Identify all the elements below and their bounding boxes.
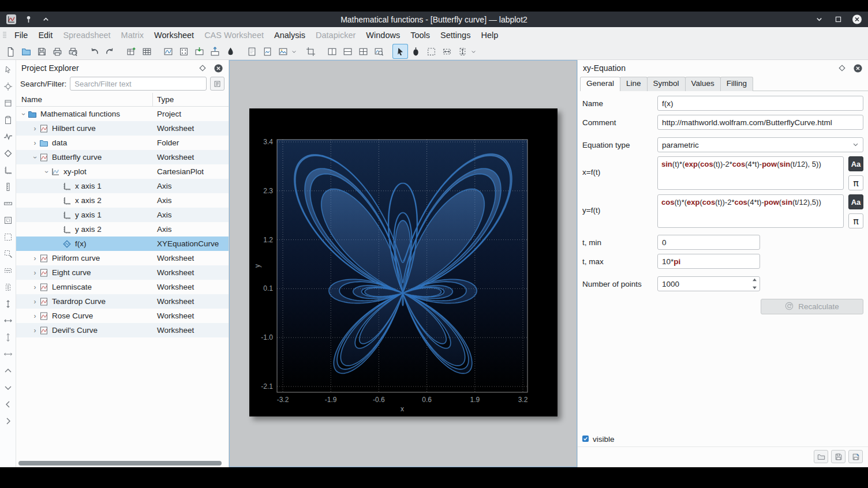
- box-select-icon[interactable]: [3, 232, 13, 242]
- expand-arrow-icon[interactable]: ›: [31, 298, 39, 305]
- tree-item-f-x-[interactable]: f(x)XYEquationCurve: [16, 237, 229, 251]
- tree-item-rose-curve[interactable]: ›Rose CurveWorksheet: [16, 309, 229, 323]
- collapse-arrow-icon[interactable]: ›: [43, 168, 50, 175]
- tree-item-data[interactable]: ›dataFolder: [16, 136, 229, 150]
- tab-filling[interactable]: Filling: [720, 77, 753, 91]
- select-arrow-icon[interactable]: [3, 65, 13, 74]
- tab-line[interactable]: Line: [620, 77, 648, 91]
- redo-icon[interactable]: [102, 44, 118, 59]
- undo-icon[interactable]: [87, 44, 102, 59]
- insert-constant-button[interactable]: π: [848, 213, 863, 228]
- menu-help[interactable]: Help: [476, 28, 503, 42]
- ruler-horizontal-icon[interactable]: [3, 198, 13, 208]
- tree-item-lemniscate[interactable]: ›LemniscateWorksheet: [16, 280, 229, 294]
- text-format-button[interactable]: Aa: [848, 194, 863, 209]
- tree-item-butterfly-curve[interactable]: ›Butterfly curveWorksheet: [16, 150, 229, 164]
- print-icon[interactable]: [50, 44, 65, 59]
- shift-right-icon[interactable]: [3, 416, 13, 426]
- insert-constant-button[interactable]: π: [848, 175, 863, 190]
- zoom-y-select-icon[interactable]: [455, 44, 470, 59]
- collapse-arrow-icon[interactable]: ›: [20, 110, 27, 118]
- expand-arrow-icon[interactable]: ›: [31, 255, 39, 262]
- search-input[interactable]: [70, 77, 207, 91]
- split-grid-icon[interactable]: [356, 44, 371, 59]
- region-frame-icon[interactable]: [3, 98, 13, 108]
- spin-arrows-icon[interactable]: [751, 278, 758, 290]
- save-template-button[interactable]: [831, 450, 845, 463]
- tree-item-mathematical-functions[interactable]: ›Mathematical functionsProject: [16, 107, 229, 121]
- menu-edit[interactable]: Edit: [33, 28, 58, 42]
- float-dock-icon[interactable]: [197, 63, 208, 73]
- expand-arrow-icon[interactable]: ›: [31, 313, 39, 320]
- text-format-button[interactable]: Aa: [848, 156, 863, 171]
- move-vertical-icon[interactable]: [3, 332, 13, 342]
- tab-values[interactable]: Values: [685, 77, 721, 91]
- cartesian-plot[interactable]: 3.42.31.20.1-1.0-2.1-3.2-1.9-0.60.61.93.…: [249, 108, 558, 416]
- navigation-mouse-icon[interactable]: [408, 44, 424, 59]
- column-header-type[interactable]: Type: [153, 95, 174, 104]
- dropdown-caret-icon[interactable]: [291, 44, 297, 59]
- menu-windows[interactable]: Windows: [361, 28, 405, 42]
- x-equation-field[interactable]: sin(t)*(exp(cos(t))-2*cos(4*t)-pow(sin(t…: [657, 156, 844, 190]
- select-cursor-icon[interactable]: [392, 44, 408, 59]
- worksheet-view[interactable]: 3.42.31.20.1-1.0-2.1-3.2-1.9-0.60.61.93.…: [229, 60, 577, 467]
- tree-item-teardrop-curve[interactable]: ›Teardrop CurveWorksheet: [16, 294, 229, 309]
- tmin-field[interactable]: 0: [657, 235, 760, 250]
- column-header-name[interactable]: Name: [16, 93, 153, 106]
- tree-item-eight-curve[interactable]: ›Eight curveWorksheet: [16, 265, 229, 280]
- signal-curve-icon[interactable]: [3, 132, 13, 141]
- shade-up-icon[interactable]: [40, 14, 51, 25]
- color-fill-icon[interactable]: [223, 44, 238, 59]
- menu-settings[interactable]: Settings: [435, 28, 476, 42]
- expand-arrow-icon[interactable]: ›: [31, 327, 39, 334]
- dropdown-caret-icon[interactable]: [470, 44, 477, 59]
- recalculate-button[interactable]: Recalculate: [761, 299, 863, 314]
- scrollbar-thumb[interactable]: [18, 461, 222, 466]
- clipboard-icon[interactable]: [3, 115, 13, 125]
- name-field[interactable]: [657, 96, 863, 111]
- fit-page-icon[interactable]: [303, 44, 319, 59]
- page-preview-icon[interactable]: [260, 44, 275, 59]
- zoom-x-select-icon[interactable]: [439, 44, 455, 59]
- shift-up-icon[interactable]: [3, 366, 13, 376]
- more-chevron-icon[interactable]: [814, 14, 824, 25]
- close-dock-icon[interactable]: [852, 63, 863, 73]
- menu-analysis[interactable]: Analysis: [269, 28, 310, 42]
- tree-item-xy-plot[interactable]: ›xy-plotCartesianPlot: [16, 164, 229, 179]
- frame-select-icon[interactable]: [3, 215, 13, 225]
- save-as-template-button[interactable]: [848, 450, 863, 463]
- crosshair-icon[interactable]: [3, 81, 13, 91]
- export-data-icon[interactable]: [207, 44, 223, 59]
- tree-item-x-axis-2[interactable]: x axis 2Axis: [16, 193, 229, 208]
- new-spreadsheet-icon[interactable]: [139, 44, 155, 59]
- tree-item-piriform-curve[interactable]: ›Piriform curveWorksheet: [16, 251, 229, 265]
- menu-worksheet[interactable]: Worksheet: [149, 28, 199, 42]
- filter-options-button[interactable]: [210, 77, 225, 91]
- menu-tools[interactable]: Tools: [405, 28, 435, 42]
- new-worksheet-icon[interactable]: [160, 44, 176, 59]
- tmax-field[interactable]: 10*pi: [657, 254, 760, 269]
- zoom-chart-icon[interactable]: [371, 44, 387, 59]
- zoom-select-icon[interactable]: [424, 44, 439, 59]
- load-template-button[interactable]: [814, 450, 828, 463]
- tab-symbol[interactable]: Symbol: [647, 77, 686, 91]
- y-equation-field[interactable]: cos(t)*(exp(cos(t))-2*cos(4*t)-pow(sin(t…: [657, 194, 844, 228]
- menu-file[interactable]: File: [9, 28, 33, 42]
- split-vertical-icon[interactable]: [324, 44, 340, 59]
- tree-item-devil-s-curve[interactable]: ›Devil's CurveWorksheet: [16, 323, 229, 337]
- collapse-arrow-icon[interactable]: ›: [32, 153, 39, 161]
- axis-corner-icon[interactable]: [3, 165, 13, 175]
- zoom-x-region-icon[interactable]: [3, 265, 13, 275]
- new-document-icon[interactable]: [3, 44, 18, 59]
- horizontal-scrollbar[interactable]: [16, 460, 229, 467]
- expand-all-icon[interactable]: [3, 299, 13, 309]
- shift-left-icon[interactable]: [3, 399, 13, 409]
- diamond-marker-icon[interactable]: [3, 148, 13, 158]
- tree-item-y-axis-1[interactable]: y axis 1Axis: [16, 208, 229, 222]
- tab-general[interactable]: General: [580, 77, 620, 91]
- restore-icon[interactable]: [833, 14, 843, 25]
- tree-item-y-axis-2[interactable]: y axis 2Axis: [16, 222, 229, 237]
- zoom-region-icon[interactable]: [3, 249, 13, 258]
- points-spinbox[interactable]: 1000: [657, 276, 760, 291]
- expand-arrow-icon[interactable]: ›: [31, 140, 39, 147]
